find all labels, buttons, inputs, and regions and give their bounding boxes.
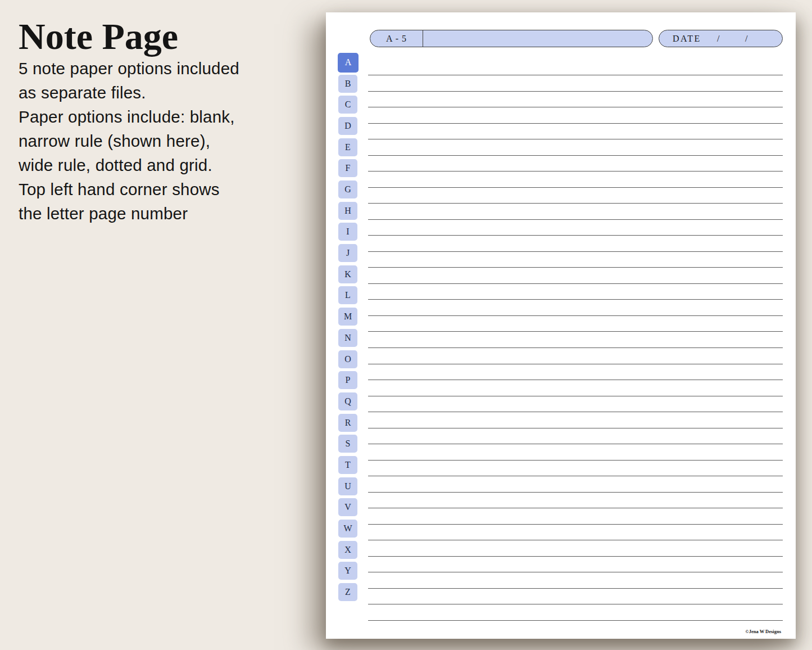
alphabet-tab-a[interactable]: A	[338, 53, 359, 73]
note-page: A - 5 DATE / / ABCDEFGHIJKLMNOPQRSTUVWXY…	[326, 12, 796, 639]
rule-line	[368, 508, 783, 508]
date-pill[interactable]: DATE / /	[659, 30, 783, 47]
rule-line	[368, 267, 783, 268]
rule-line	[368, 203, 783, 204]
alphabet-tab-j[interactable]: J	[338, 244, 357, 262]
rule-line	[368, 299, 783, 300]
rule-line	[368, 347, 783, 348]
alphabet-tab-u[interactable]: U	[338, 477, 357, 495]
rule-line	[368, 219, 783, 220]
alphabet-tab-m[interactable]: M	[338, 308, 357, 326]
rule-line	[368, 604, 783, 604]
rule-line	[368, 91, 783, 92]
rule-line	[368, 315, 783, 316]
alphabet-tab-n[interactable]: N	[338, 329, 357, 347]
rule-line	[368, 588, 783, 589]
rule-line	[368, 107, 783, 107]
rule-line	[368, 364, 783, 364]
title-pill: A - 5	[370, 30, 653, 47]
description-paragraph: 5 note paper options included as separat…	[19, 56, 300, 105]
alphabet-tab-l[interactable]: L	[338, 286, 357, 304]
ruled-lines	[368, 75, 783, 634]
alphabet-tab-b[interactable]: B	[338, 75, 357, 93]
alphabet-tab-i[interactable]: I	[338, 223, 357, 241]
rule-line	[368, 524, 783, 525]
alphabet-tab-e[interactable]: E	[338, 138, 357, 156]
date-label: DATE	[673, 34, 701, 44]
page-number-label: A - 5	[370, 30, 423, 47]
alphabet-tab-k[interactable]: K	[338, 265, 357, 283]
description-paragraph: Paper options include: blank, narrow rul…	[19, 105, 300, 177]
rule-line	[368, 460, 783, 461]
rule-line	[368, 444, 783, 444]
page-title: Note Page	[19, 17, 300, 56]
alphabet-tab-v[interactable]: V	[338, 498, 357, 516]
rule-line	[368, 235, 783, 236]
copyright: ©Jena W Designs	[745, 629, 781, 634]
left-panel: Note Page 5 note paper options included …	[19, 17, 300, 225]
rule-line	[368, 476, 783, 476]
alphabet-tab-x[interactable]: X	[338, 541, 357, 559]
rule-line	[368, 155, 783, 156]
rule-line	[368, 572, 783, 572]
alphabet-tab-y[interactable]: Y	[338, 562, 357, 580]
description-paragraph: Top left hand corner shows the letter pa…	[19, 177, 300, 225]
alphabet-tab-g[interactable]: G	[338, 180, 357, 198]
alphabet-tabs: ABCDEFGHIJKLMNOPQRSTUVWXYZ	[338, 53, 362, 621]
rule-line	[368, 556, 783, 557]
rule-line	[368, 380, 783, 380]
rule-line	[368, 139, 783, 139]
rule-line	[368, 540, 783, 540]
alphabet-tab-t[interactable]: T	[338, 456, 357, 474]
date-slash: /	[717, 30, 719, 47]
rule-line	[368, 428, 783, 428]
rule-line	[368, 283, 783, 284]
alphabet-tab-r[interactable]: R	[338, 414, 357, 432]
alphabet-tab-p[interactable]: P	[338, 371, 357, 389]
rule-line	[368, 492, 783, 493]
alphabet-tab-c[interactable]: C	[338, 96, 357, 114]
title-input-area[interactable]	[423, 30, 652, 47]
alphabet-tab-q[interactable]: Q	[338, 392, 357, 410]
rule-line	[368, 620, 783, 621]
rule-line	[368, 251, 783, 252]
rule-line	[368, 187, 783, 188]
rule-line	[368, 75, 783, 75]
alphabet-tab-w[interactable]: W	[338, 520, 357, 538]
alphabet-tab-o[interactable]: O	[338, 350, 357, 368]
alphabet-tab-s[interactable]: S	[338, 435, 357, 453]
rule-line	[368, 171, 783, 171]
rule-line	[368, 331, 783, 332]
rule-line	[368, 412, 783, 412]
rule-line	[368, 396, 783, 396]
date-slash: /	[745, 30, 747, 47]
rule-line	[368, 123, 783, 124]
alphabet-tab-z[interactable]: Z	[338, 583, 357, 601]
alphabet-tab-f[interactable]: F	[338, 159, 357, 177]
alphabet-tab-d[interactable]: D	[338, 117, 357, 135]
alphabet-tab-h[interactable]: H	[338, 202, 357, 220]
